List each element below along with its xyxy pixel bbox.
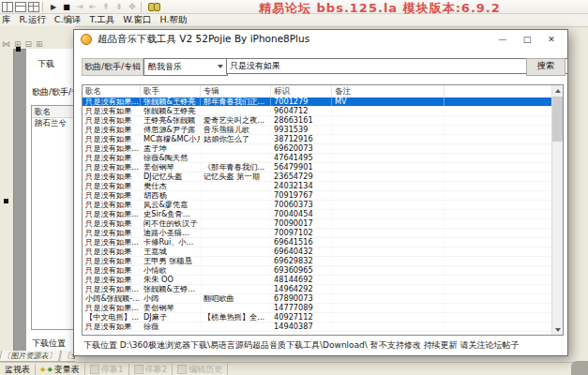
find-icon[interactable] bbox=[148, 2, 160, 11]
stop-icon[interactable] bbox=[61, 2, 72, 11]
table-row[interactable]: 只是没有如果傅思源&尹子露音乐熊猫儿歌9931539 bbox=[83, 126, 552, 135]
source-select[interactable]: 酷我音乐 bbox=[143, 58, 228, 76]
table-row[interactable]: 只是没有如果...孟子坤69620073 bbox=[83, 144, 552, 154]
table-cell bbox=[201, 322, 271, 331]
column-header-filler bbox=[445, 85, 563, 98]
minimize-button[interactable]: — bbox=[490, 30, 515, 49]
column-header[interactable]: 专辑 bbox=[201, 85, 271, 98]
window-split-quad-icon[interactable] bbox=[28, 2, 39, 11]
table-row[interactable]: 只是没有如果风云&廖凭嘉70060373 bbox=[83, 201, 552, 210]
table-cell: 14964292 bbox=[271, 285, 332, 293]
table-row[interactable]: 只是没有如果...张靓颖&王铮...14964292 bbox=[83, 285, 552, 294]
tab-image-resources[interactable]: 〔图片资源表〕 bbox=[0, 351, 61, 362]
table-row[interactable]: 只是没有如果徐薇&陶天然47641495 bbox=[83, 154, 552, 163]
table-row[interactable]: 只是没有如果小情歌69360965 bbox=[83, 266, 552, 276]
diamond-icon: ◆ bbox=[40, 366, 45, 373]
column-header[interactable]: 歌名 bbox=[83, 85, 141, 98]
scroll-down-button[interactable] bbox=[552, 324, 563, 335]
close-button[interactable]: ✕ bbox=[539, 30, 564, 49]
menu-item[interactable]: H.帮助 bbox=[159, 14, 187, 26]
window-split-horizontal-icon[interactable] bbox=[15, 2, 26, 11]
table-row[interactable]: 只是没有如果DJ记忆头盔记忆头盔 第一期23654729 bbox=[83, 172, 552, 182]
table-row[interactable]: 只是没有如果...姜创钢琴《那年青春我们...56479901 bbox=[83, 163, 552, 172]
table-cell: 朱朱 OO bbox=[141, 276, 201, 284]
results-table-body: 只是没有如果...张靓颖&王铮亮那年青春我们正...7001279MV只是没有如… bbox=[83, 98, 552, 335]
table-cell bbox=[332, 229, 445, 237]
table-cell: 47641495 bbox=[271, 154, 332, 162]
table-cell: 只是没有如果 bbox=[83, 229, 141, 237]
table-row[interactable]: 只是没有如果...张靓颖&王铮亮那年青春我们正...7001279MV bbox=[83, 98, 552, 107]
table-cell: 迪路小圣猫... bbox=[141, 229, 201, 237]
designer-toolbar: ⋈ ⊞ ⊟ ⊞ bbox=[2, 39, 43, 49]
menu-item[interactable]: R.运行 bbox=[20, 14, 46, 26]
table-cell bbox=[332, 219, 445, 228]
run-icon[interactable] bbox=[48, 2, 59, 11]
table-cell: 姜创钢琴 bbox=[141, 163, 201, 172]
table-row[interactable]: 只是没有如果闲不住的铁汉子70090017 bbox=[83, 219, 552, 229]
window-split-vertical-icon[interactable] bbox=[2, 2, 13, 11]
column-header[interactable]: 歌手 bbox=[141, 85, 201, 98]
search-button[interactable]: 搜索 bbox=[526, 58, 565, 76]
table-row[interactable]: 只是没有如果...姜创钢琴14777089 bbox=[83, 304, 552, 313]
table-row[interactable]: 只是没有如果胡西杨70919767 bbox=[83, 191, 552, 201]
table-cell: 《那年青春我们... bbox=[201, 163, 271, 172]
bottom-tab[interactable]: 停靠1 bbox=[85, 364, 129, 375]
menu-item[interactable]: T.工具 bbox=[89, 14, 114, 26]
align-icon: ⋈ bbox=[2, 39, 10, 49]
menu-item[interactable]: C.编译 bbox=[54, 14, 82, 26]
bottom-tab[interactable]: 监视表 bbox=[0, 364, 36, 375]
table-row[interactable]: 只是没有如果王嘉城69640432 bbox=[83, 248, 552, 257]
table-cell: 40927112 bbox=[271, 313, 332, 322]
table-row[interactable]: 只是没有如果...卡修Rui、小...69641516 bbox=[83, 238, 552, 248]
table-cell bbox=[201, 238, 271, 247]
table-cell-filler bbox=[445, 172, 552, 181]
table-cell: 翻唱歌曲 bbox=[201, 294, 271, 303]
bottom-tab[interactable]: 停靠2 bbox=[129, 364, 173, 375]
table-row[interactable]: 只是没有如果朱朱 OO48144692 bbox=[83, 276, 552, 285]
table-row[interactable]: 【中文电摇】...DJ麻子【榜单热摇】全...40927112 bbox=[83, 313, 552, 322]
app-icon bbox=[81, 34, 92, 45]
table-cell bbox=[332, 313, 445, 322]
maximize-button[interactable]: □ bbox=[515, 30, 539, 49]
dialog-titlebar[interactable]: 超品音乐下载工具 V2 52Pojie By iPhone8Plus — □ ✕ bbox=[74, 30, 567, 49]
table-cell bbox=[332, 116, 445, 125]
scroll-up-button[interactable] bbox=[552, 85, 563, 96]
table-cell: 徐薇 bbox=[141, 322, 201, 331]
results-table-header[interactable]: 歌名歌手专辑标识备注 bbox=[83, 85, 563, 98]
table-row[interactable]: 只是没有如果樊仕杰24032134 bbox=[83, 182, 552, 191]
bottom-tab-bar: 监视表◆◆变量表停靠1停靠2编辑历史 bbox=[0, 362, 588, 375]
table-row[interactable]: 只是没有如果王铮亮&张靓颖爱奇艺尖叫之夜...28663161 bbox=[83, 116, 552, 126]
table-cell-filler bbox=[445, 276, 552, 284]
table-cell: 只是没有如果 bbox=[83, 191, 141, 200]
table-row[interactable]: 只是没有如果王甲男 张穗悬69629832 bbox=[83, 257, 552, 266]
table-cell bbox=[201, 229, 271, 237]
column-header[interactable]: 标识 bbox=[271, 85, 332, 98]
table-cell-filler bbox=[445, 285, 552, 293]
table-row[interactable]: 小阔&张靓颖-...小阔翻唱歌曲67890073 bbox=[83, 294, 552, 304]
column-header[interactable]: 备注 bbox=[332, 85, 445, 98]
table-row[interactable]: 只是没有如果...史Sir&鱼骨...70040454 bbox=[83, 210, 552, 219]
designer-listview[interactable]: 歌名 踏石兰兮 bbox=[31, 105, 75, 330]
table-row[interactable]: 只是没有如果迪路小圣猫...70097102 bbox=[83, 229, 552, 238]
table-cell-filler bbox=[445, 191, 552, 200]
table-cell: 69641516 bbox=[271, 238, 332, 247]
menu-item[interactable]: 库 bbox=[2, 14, 11, 26]
scrollbar-thumb[interactable] bbox=[552, 97, 563, 142]
table-row[interactable]: 只是没有如果徐薇14940387 bbox=[83, 322, 552, 332]
bottom-tab[interactable]: 编辑历史 bbox=[173, 364, 228, 375]
search-input[interactable] bbox=[226, 58, 568, 74]
pause-icon bbox=[127, 2, 138, 11]
menu-item[interactable]: W.窗口 bbox=[123, 14, 151, 26]
bottom-tab[interactable]: ◆◆变量表 bbox=[36, 364, 85, 375]
source-select-value: 酷我音乐 bbox=[148, 62, 182, 71]
table-cell: 风云&廖凭嘉 bbox=[141, 201, 201, 209]
table-row[interactable]: 只是没有如果MC喜檬&MC小月姑娘你怎么了38712916 bbox=[83, 135, 552, 144]
selection-handle[interactable] bbox=[4, 199, 8, 203]
selection-handle[interactable] bbox=[16, 47, 21, 52]
table-cell bbox=[332, 163, 445, 172]
pane-icon bbox=[90, 365, 99, 374]
table-cell: 小情歌 bbox=[141, 266, 201, 275]
vertical-scrollbar[interactable] bbox=[551, 85, 563, 335]
table-cell-filler bbox=[445, 248, 552, 256]
table-row[interactable]: 只是没有如果张靓颖&王铮亮9604712 bbox=[83, 107, 552, 116]
